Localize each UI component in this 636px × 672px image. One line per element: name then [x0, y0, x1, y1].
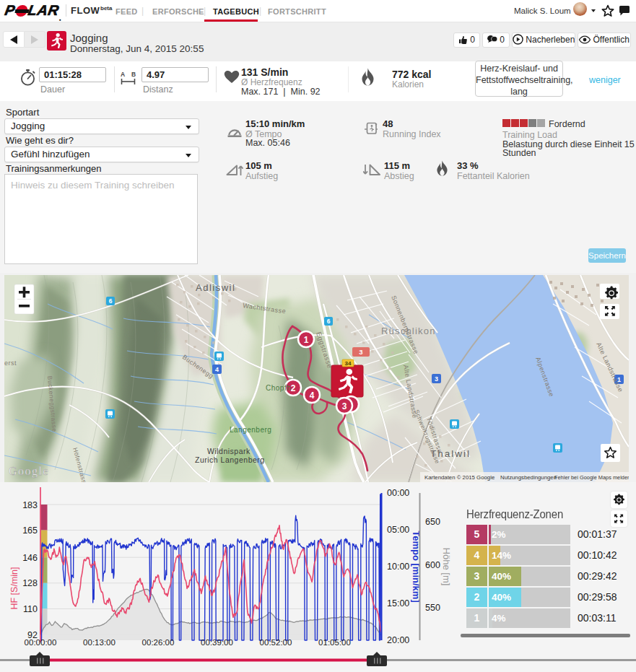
svg-text:Zurich Langenberg: Zurich Langenberg: [195, 455, 265, 464]
svg-text:650: 650: [425, 517, 440, 527]
svg-text:146: 146: [22, 553, 38, 563]
svg-text:183: 183: [22, 500, 38, 510]
svg-text:05:00: 05:00: [387, 525, 409, 535]
svg-text:34: 34: [345, 360, 352, 367]
svg-text:00:26:00: 00:26:00: [142, 638, 175, 647]
svg-text:165: 165: [22, 525, 38, 536]
svg-text:3: 3: [435, 375, 438, 383]
svg-text:A: A: [121, 71, 125, 78]
svg-text:128: 128: [22, 578, 38, 588]
svg-text:Wildnispark: Wildnispark: [207, 447, 251, 455]
svg-text:Google: Google: [9, 465, 49, 478]
svg-text:10:00: 10:00: [387, 562, 409, 572]
svg-text:01:05:00: 01:05:00: [318, 638, 351, 647]
svg-text:15:00: 15:00: [387, 598, 409, 608]
svg-text:erst: erst: [4, 359, 17, 367]
svg-text:550: 550: [425, 603, 440, 613]
svg-text:Nutzungsbedingungen: Nutzungsbedingungen: [500, 474, 557, 481]
svg-text:00:00:00: 00:00:00: [25, 638, 57, 647]
svg-text:4: 4: [310, 390, 315, 401]
svg-text:00:13:00: 00:13:00: [83, 638, 116, 647]
svg-text:20:00: 20:00: [387, 635, 409, 645]
svg-text:Kartendaten © 2015 Google: Kartendaten © 2015 Google: [424, 474, 495, 481]
svg-text:110: 110: [23, 604, 38, 614]
svg-text:00:39:00: 00:39:00: [201, 638, 233, 647]
svg-text:2: 2: [291, 383, 296, 393]
svg-text:3: 3: [359, 348, 362, 356]
svg-text:Chopfh: Chopfh: [266, 384, 291, 392]
svg-text:6: 6: [327, 318, 331, 325]
svg-text:600: 600: [425, 560, 440, 570]
svg-text:Höhe [m]: Höhe [m]: [441, 548, 452, 586]
svg-text:B: B: [131, 71, 136, 78]
svg-text:Langenberg: Langenberg: [230, 426, 271, 434]
svg-text:3: 3: [342, 401, 347, 411]
svg-text:6: 6: [109, 297, 113, 305]
svg-text:00:52:00: 00:52:00: [260, 638, 292, 647]
svg-text:00:00: 00:00: [387, 488, 409, 498]
svg-text:HF [S/min]: HF [S/min]: [9, 567, 19, 609]
svg-text:1: 1: [304, 335, 309, 345]
svg-text:Adliswil: Adliswil: [196, 282, 235, 293]
svg-text:Fehler bei Google Maps melden: Fehler bei Google Maps melden: [554, 474, 629, 481]
svg-text:4: 4: [215, 366, 219, 373]
